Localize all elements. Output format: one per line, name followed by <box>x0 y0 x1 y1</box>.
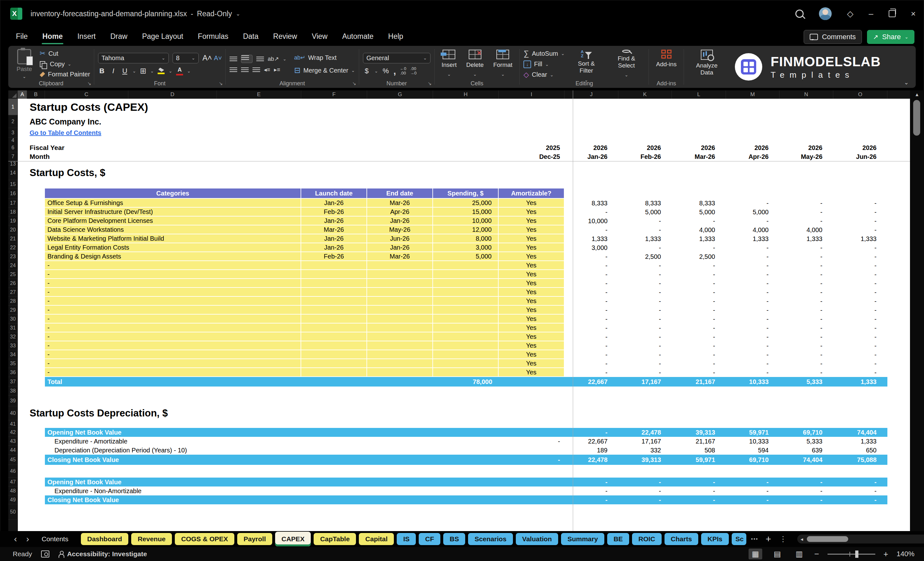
font-dialog-launcher-icon[interactable]: ↘ <box>219 81 223 86</box>
row-header[interactable]: 36 <box>8 368 18 377</box>
cell-monthly[interactable]: 74,404 <box>780 454 833 465</box>
column-header-L[interactable]: L <box>672 90 726 99</box>
row-header[interactable]: 44 <box>8 446 18 454</box>
addins-button[interactable]: Add-ins <box>653 49 680 79</box>
cell-launch-date[interactable] <box>301 350 367 359</box>
cell-monthly[interactable]: - <box>618 297 672 306</box>
select-all-corner[interactable] <box>8 90 18 99</box>
column-header-I[interactable]: I <box>499 90 564 99</box>
cell-monthly[interactable]: - <box>833 341 887 350</box>
cell-category[interactable]: Legal Entity Formation Costs <box>45 243 301 252</box>
search-icon[interactable] <box>795 9 804 18</box>
cell[interactable] <box>18 288 45 297</box>
format-painter-button[interactable]: Format Painter <box>40 70 90 79</box>
tab-capex[interactable]: CAPEX <box>275 532 311 546</box>
number-format-select[interactable]: General ⌄ <box>363 53 430 63</box>
table-header-categories[interactable]: Categories <box>45 189 301 199</box>
zoom-slider[interactable] <box>828 554 875 555</box>
row-header[interactable]: 1 <box>8 99 18 115</box>
cell[interactable] <box>18 225 45 234</box>
row-header[interactable]: 20 <box>8 225 18 234</box>
cell-monthly[interactable]: - <box>833 261 887 270</box>
cell-amortizable[interactable]: Yes <box>499 297 564 306</box>
cell-amortizable[interactable]: Yes <box>499 261 564 270</box>
cell[interactable] <box>887 332 910 341</box>
align-center-icon[interactable] <box>241 67 249 72</box>
cell-monthly[interactable]: - <box>780 350 833 359</box>
cell-monthly[interactable]: - <box>780 359 833 368</box>
cell-monthly[interactable]: 59,971 <box>726 428 780 437</box>
cell[interactable] <box>887 279 910 288</box>
cell-launch-date[interactable] <box>301 297 367 306</box>
cell-amortizable[interactable]: Yes <box>499 279 564 288</box>
cell-monthly[interactable]: - <box>726 341 780 350</box>
cell[interactable] <box>18 428 45 437</box>
tab-dashboard[interactable]: Dashboard <box>81 533 129 545</box>
cell-end-date[interactable]: Jan-26 <box>367 216 433 225</box>
row-header[interactable]: 32 <box>8 332 18 341</box>
page-layout-view-button[interactable]: ▤ <box>771 549 784 560</box>
horizontal-scroll-thumb[interactable] <box>807 536 848 542</box>
tab-captable[interactable]: CapTable <box>314 533 356 545</box>
cell[interactable]: Dec-25 <box>499 152 564 161</box>
tab-cogs-opex[interactable]: COGS & OPEX <box>175 533 234 545</box>
cell-monthly[interactable]: 332 <box>618 446 672 454</box>
row-header[interactable]: 15 <box>8 180 18 189</box>
cell-monthly[interactable]: 594 <box>726 446 780 454</box>
cell-category[interactable]: - <box>45 350 301 359</box>
row-header[interactable]: 28 <box>8 297 18 306</box>
cell-monthly[interactable]: 75,088 <box>833 454 887 465</box>
cell-monthly[interactable]: - <box>833 252 887 261</box>
cell[interactable] <box>18 252 45 261</box>
row-header[interactable]: 43 <box>8 437 18 446</box>
clear-button[interactable]: ◇ Clear ⌄ <box>524 70 564 79</box>
align-right-icon[interactable] <box>252 67 260 72</box>
cell-monthly[interactable]: 1,333 <box>780 234 833 243</box>
cell-monthly[interactable]: 39,313 <box>618 454 672 465</box>
borders-icon[interactable]: ⊞ <box>140 66 147 75</box>
column-header-M[interactable]: M <box>726 90 780 99</box>
cell-monthly[interactable]: - <box>833 270 887 279</box>
cell-monthly[interactable]: - <box>726 199 780 208</box>
sort-filter-button[interactable]: AZ Sort & Filter ⌄ <box>568 49 604 79</box>
cell-monthly[interactable]: 17,167 <box>618 437 672 446</box>
column-header-O[interactable]: O <box>833 90 887 99</box>
cell-monthly[interactable]: - <box>780 216 833 225</box>
cell[interactable] <box>887 208 910 216</box>
cell[interactable] <box>18 387 910 396</box>
cell-monthly[interactable]: - <box>833 243 887 252</box>
cell[interactable]: Jun-26 <box>833 152 887 161</box>
cell[interactable] <box>887 306 910 315</box>
cell-category[interactable]: Office Setup & Furnishings <box>45 199 301 208</box>
cell-monthly[interactable]: - <box>672 359 726 368</box>
row-header[interactable]: 38 <box>8 387 18 396</box>
cell-launch-date[interactable]: Feb-26 <box>301 208 367 216</box>
cell-end-date[interactable]: Mar-26 <box>367 199 433 208</box>
cell[interactable] <box>18 377 45 387</box>
cell[interactable] <box>18 243 45 252</box>
cell-launch-date[interactable] <box>301 341 367 350</box>
cell[interactable] <box>18 315 45 324</box>
premium-diamond-icon[interactable]: ◇ <box>847 9 854 19</box>
cell-category[interactable]: - <box>45 324 301 332</box>
cell-spending[interactable] <box>433 359 499 368</box>
more-sheets-icon[interactable]: ••• <box>749 536 760 542</box>
cell[interactable] <box>18 495 45 504</box>
cell-monthly[interactable]: - <box>833 495 887 504</box>
row-header[interactable]: 37 <box>8 377 18 387</box>
cell[interactable] <box>887 359 910 368</box>
cell-launch-date[interactable] <box>301 368 367 377</box>
cell-category[interactable]: Branding & Design Assets <box>45 252 301 261</box>
cell-end-date[interactable] <box>367 315 433 324</box>
cell-launch-date[interactable] <box>301 270 367 279</box>
cell-monthly[interactable]: - <box>833 359 887 368</box>
cell[interactable] <box>18 270 45 279</box>
currency-dropdown-icon[interactable]: ⌄ <box>375 69 378 74</box>
cell-end-date[interactable] <box>367 359 433 368</box>
cell-monthly[interactable]: - <box>780 495 833 504</box>
cell-monthly[interactable]: 5,000 <box>618 208 672 216</box>
cell-monthly[interactable]: - <box>726 324 780 332</box>
row-header[interactable]: 33 <box>8 341 18 350</box>
cell[interactable] <box>18 324 45 332</box>
cell-amortizable[interactable]: Yes <box>499 234 564 243</box>
